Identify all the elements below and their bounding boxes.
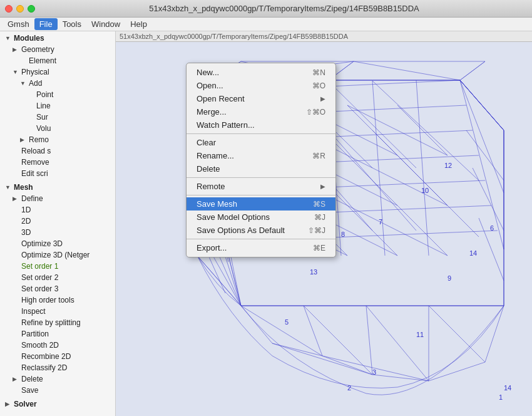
smooth2d-label: Smooth 2D: [21, 341, 59, 350]
menu-new[interactable]: New... ⌘N: [187, 66, 335, 79]
sidebar-mesh-highordertools[interactable]: High order tools: [0, 294, 115, 306]
label-6: 6: [490, 224, 494, 232]
mesh-arrow: ▼: [5, 184, 13, 190]
label-14-bottom: 14: [504, 384, 511, 392]
partition-label: Partition: [21, 330, 49, 338]
menu-merge[interactable]: Merge... ⇧⌘O: [187, 105, 335, 118]
minimize-button[interactable]: [16, 5, 24, 13]
menu-open-recent[interactable]: Open Recent ▶: [187, 92, 335, 105]
canvas-area: 51x43xbzh_x_pdqywc0000gp/T/TemporaryItem…: [116, 31, 532, 416]
menu-save-options-default[interactable]: Save Options As Default ⇧⌘J: [187, 224, 335, 237]
sep1: [187, 133, 335, 134]
open-recent-label: Open Recent: [197, 94, 245, 103]
order2-label: Set order 2: [21, 273, 58, 282]
solver-label: Solver: [14, 400, 37, 408]
sidebar-item-editscript[interactable]: Edit scri: [0, 168, 115, 179]
sidebar-mesh-optimize3d-netger[interactable]: Optimize 3D (Netger: [0, 249, 115, 261]
label-2: 2: [347, 384, 351, 392]
sidebar-mesh-smooth2d[interactable]: Smooth 2D: [0, 340, 115, 351]
sidebar-mesh-partition[interactable]: Partition: [0, 328, 115, 340]
refine-label: Refine by splitting: [21, 318, 81, 327]
sidebar-mesh-2d[interactable]: 2D: [0, 216, 115, 227]
file-dropdown-menu: New... ⌘N Open... ⌘O Open Recent ▶ Merge…: [186, 63, 336, 257]
reloads-label: Reload s: [21, 147, 51, 155]
menu-clear[interactable]: Clear: [187, 136, 335, 149]
order3-label: Set order 3: [21, 284, 58, 293]
remote-arrow: ▶: [320, 183, 325, 190]
open-shortcut: ⌘O: [312, 81, 325, 90]
sidebar-item-volume[interactable]: Volu: [0, 123, 115, 134]
modules-arrow: ▼: [5, 35, 13, 41]
sidebar-item-element[interactable]: Element: [0, 55, 115, 66]
sidebar-mesh-inspect[interactable]: Inspect: [0, 306, 115, 317]
mesh-delete-arrow: ▶: [13, 376, 20, 382]
merge-label: Merge...: [197, 107, 227, 117]
label-1: 1: [499, 393, 503, 401]
traffic-lights: [5, 5, 35, 13]
sidebar-mesh-optimize3d[interactable]: Optimize 3D: [0, 238, 115, 249]
define-arrow: ▶: [13, 195, 20, 202]
sidebar-item-reloads[interactable]: Reload s: [0, 145, 115, 157]
sidebar-mesh-save[interactable]: Save: [0, 385, 115, 396]
main-layout: ▼ Modules ▶ Geometry Element ▼ Physical …: [0, 31, 532, 416]
menu-remote[interactable]: Remote ▶: [187, 180, 335, 193]
solver-arrow: ▶: [5, 401, 13, 407]
menu-export[interactable]: Export... ⌘E: [187, 241, 335, 254]
menu-tools[interactable]: Tools: [58, 18, 86, 30]
menu-gmsh[interactable]: Gmsh: [3, 18, 34, 30]
sidebar-mesh-delete[interactable]: ▶ Delete: [0, 373, 115, 385]
label-10: 10: [421, 187, 429, 194]
sidebar-mesh-setorder2[interactable]: Set order 2: [0, 272, 115, 283]
sidebar-item-geometry[interactable]: ▶ Geometry: [0, 44, 115, 55]
sidebar-item-remove2[interactable]: Remove: [0, 157, 115, 168]
mesh-save-label: Save: [21, 386, 38, 395]
label-12: 12: [444, 162, 452, 169]
sidebar-mesh-define[interactable]: ▶ Define: [0, 193, 115, 204]
sidebar-mesh-reclassify2d[interactable]: Reclassify 2D: [0, 362, 115, 373]
inspect-label: Inspect: [21, 307, 46, 316]
modules-header: ▼ Modules: [0, 33, 115, 44]
sidebar-mesh-setorder1[interactable]: Set order 1: [0, 261, 115, 272]
mesh-label: Mesh: [14, 183, 33, 192]
sidebar-mesh-recombine2d[interactable]: Recombine 2D: [0, 351, 115, 362]
solver-header[interactable]: ▶ Solver: [0, 398, 115, 410]
new-label: New...: [197, 68, 219, 77]
sidebar-item-point[interactable]: Point: [0, 89, 115, 100]
physical-arrow: ▼: [13, 69, 20, 75]
remove-label: Remo: [29, 135, 49, 144]
menu-file[interactable]: File: [34, 18, 58, 30]
label-5: 5: [285, 318, 289, 326]
menu-help[interactable]: Help: [125, 18, 152, 30]
menu-delete[interactable]: Delete: [187, 162, 335, 175]
menu-save-mesh[interactable]: Save Mesh ⌘S: [187, 197, 335, 211]
close-button[interactable]: [5, 5, 13, 13]
menu-rename[interactable]: Rename... ⌘R: [187, 149, 335, 162]
menu-open[interactable]: Open... ⌘O: [187, 79, 335, 92]
menu-save-model-options[interactable]: Save Model Options ⌘J: [187, 211, 335, 224]
menu-window[interactable]: Window: [86, 18, 125, 30]
physical-label: Physical: [21, 68, 49, 76]
sidebar-item-remove[interactable]: ▶ Remo: [0, 134, 115, 145]
2d-label: 2D: [21, 217, 31, 226]
label-7: 7: [379, 218, 382, 226]
sidebar-item-physical[interactable]: ▼ Physical: [0, 66, 115, 78]
sidebar-item-surface[interactable]: Sur: [0, 112, 115, 123]
label-11: 11: [416, 331, 424, 338]
sidebar-mesh-refine[interactable]: Refine by splitting: [0, 317, 115, 328]
delete-label: Delete: [197, 164, 220, 174]
sidebar-mesh-1d[interactable]: 1D: [0, 204, 115, 216]
sidebar-mesh-setorder3[interactable]: Set order 3: [0, 283, 115, 294]
reclassify2d-label: Reclassify 2D: [21, 363, 67, 372]
sidebar-item-line[interactable]: Line: [0, 100, 115, 112]
menu-watch[interactable]: Watch Pattern...: [187, 118, 335, 132]
save-mesh-shortcut: ⌘S: [313, 200, 325, 209]
save-default-shortcut: ⇧⌘J: [308, 226, 325, 235]
maximize-button[interactable]: [28, 5, 35, 13]
sidebar: ▼ Modules ▶ Geometry Element ▼ Physical …: [0, 31, 116, 416]
sidebar-mesh-3d[interactable]: 3D: [0, 227, 115, 238]
1d-label: 1D: [21, 205, 31, 214]
remote-label: Remote: [197, 182, 225, 191]
sidebar-item-add[interactable]: ▼ Add: [0, 78, 115, 89]
save-model-label: Save Model Options: [197, 212, 270, 222]
label-13: 13: [310, 268, 317, 276]
